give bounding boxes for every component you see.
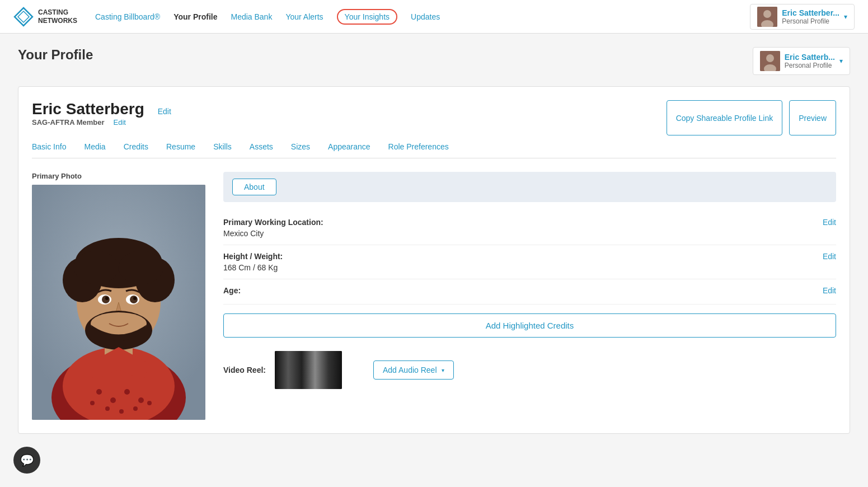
- tab-basic-info[interactable]: Basic Info: [32, 138, 75, 158]
- height-weight-header: Height / Weight: Edit: [223, 252, 836, 261]
- tab-credits[interactable]: Credits: [115, 138, 157, 158]
- profile-tabs: Basic Info Media Credits Resume Skills A…: [32, 138, 836, 158]
- profile-selector[interactable]: Eric Satterb... Personal Profile ▾: [753, 47, 850, 75]
- profile-name-row: Eric Satterberg Edit: [32, 100, 171, 118]
- profile-top-area: Eric Satterberg Edit SAG-AFTRA Member Ed…: [32, 100, 836, 135]
- svg-marker-1: [18, 11, 29, 22]
- selector-info: Eric Satterb... Personal Profile: [785, 53, 835, 69]
- member-status: SAG-AFTRA Member: [32, 118, 105, 127]
- header-user-sub: Personal Profile: [782, 17, 839, 25]
- svg-point-16: [74, 251, 119, 284]
- header-user-dropdown[interactable]: Eric Satterber... Personal Profile ▾: [750, 4, 855, 30]
- working-location-row: Primary Working Location: Edit Mexico Ci…: [223, 211, 836, 245]
- profile-name: Eric Satterberg: [32, 100, 144, 118]
- selector-arrow-icon: ▾: [839, 57, 843, 65]
- about-box: About: [223, 172, 836, 202]
- nav-your-profile[interactable]: Your Profile: [173, 10, 217, 24]
- video-reel-label: Video Reel:: [223, 366, 266, 374]
- tab-resume[interactable]: Resume: [157, 138, 204, 158]
- header-user-info: Eric Satterber... Personal Profile: [782, 8, 839, 25]
- nav-your-insights[interactable]: Your Insights: [337, 9, 397, 25]
- about-button[interactable]: About: [232, 179, 276, 195]
- working-location-label: Primary Working Location:: [223, 218, 323, 227]
- svg-point-28: [124, 389, 130, 395]
- header-user-name: Eric Satterber...: [782, 8, 839, 17]
- video-reel-row: Video Reel: ⋮ Add Audio Reel ▾: [223, 351, 836, 389]
- header: CASTING NETWORKS Casting Billboard® Your…: [0, 0, 868, 34]
- nav-media-bank[interactable]: Media Bank: [231, 10, 272, 24]
- svg-marker-0: [15, 8, 32, 26]
- tab-appearance[interactable]: Appearance: [319, 138, 379, 158]
- nav-casting-billboard[interactable]: Casting Billboard®: [95, 10, 160, 24]
- header-dropdown-arrow: ▾: [844, 13, 847, 21]
- photo-label: Primary Photo: [32, 172, 205, 180]
- age-row: Age: Edit: [223, 279, 836, 305]
- video-options-icon[interactable]: ⋮: [353, 363, 364, 377]
- svg-point-31: [105, 406, 110, 411]
- page-content: Your Profile Eric Satterb... Personal Pr…: [0, 34, 868, 447]
- height-weight-value: 168 Cm / 68 Kg: [223, 263, 836, 272]
- profile-action-buttons: Copy Shareable Profile Link Preview: [667, 100, 836, 135]
- svg-point-22: [105, 297, 109, 300]
- video-strip: [275, 351, 342, 389]
- tab-media[interactable]: Media: [75, 138, 114, 158]
- svg-point-30: [90, 401, 95, 405]
- profile-body: Primary Photo: [32, 172, 836, 420]
- height-weight-label: Height / Weight:: [223, 252, 283, 261]
- svg-point-26: [96, 389, 102, 395]
- svg-point-23: [133, 297, 137, 300]
- member-edit-link[interactable]: Edit: [114, 118, 126, 127]
- add-audio-dropdown-arrow: ▾: [442, 367, 444, 373]
- svg-point-33: [133, 406, 138, 411]
- nav-your-alerts[interactable]: Your Alerts: [285, 10, 323, 24]
- profile-name-edit-link[interactable]: Edit: [158, 107, 171, 116]
- selector-avatar: [760, 51, 780, 71]
- add-audio-reel-label: Add Audio Reel: [383, 366, 437, 374]
- age-label: Age:: [223, 286, 241, 295]
- age-header: Age: Edit: [223, 286, 836, 295]
- svg-point-32: [119, 409, 124, 414]
- svg-point-34: [147, 401, 152, 405]
- age-edit-link[interactable]: Edit: [823, 286, 836, 295]
- primary-photo: [32, 185, 205, 420]
- headshot-image: [32, 185, 205, 420]
- selector-avatar-image: [760, 51, 780, 71]
- logo-text: CASTING NETWORKS: [38, 8, 77, 25]
- height-weight-edit-link[interactable]: Edit: [823, 252, 836, 261]
- header-avatar-image: [757, 7, 777, 27]
- svg-point-27: [110, 397, 116, 403]
- member-row: SAG-AFTRA Member Edit: [32, 118, 171, 127]
- svg-point-17: [119, 251, 163, 284]
- profile-name-section: Eric Satterberg Edit SAG-AFTRA Member Ed…: [32, 100, 171, 135]
- working-location-value: Mexico City: [223, 229, 836, 238]
- svg-point-3: [763, 10, 771, 18]
- copy-shareable-link-button[interactable]: Copy Shareable Profile Link: [667, 100, 783, 135]
- logo[interactable]: CASTING NETWORKS: [13, 7, 77, 27]
- tab-assets[interactable]: Assets: [241, 138, 282, 158]
- page-top: Your Profile Eric Satterb... Personal Pr…: [18, 47, 850, 75]
- profile-photo-section: Primary Photo: [32, 172, 205, 420]
- main-nav: Casting Billboard® Your Profile Media Ba…: [95, 9, 750, 25]
- working-location-header: Primary Working Location: Edit: [223, 218, 836, 227]
- profile-info-section: About Primary Working Location: Edit Mex…: [223, 172, 836, 420]
- header-avatar: [757, 7, 777, 27]
- video-thumbnail[interactable]: [275, 351, 342, 389]
- selector-name: Eric Satterb...: [785, 53, 835, 62]
- tab-skills[interactable]: Skills: [204, 138, 241, 158]
- tab-sizes[interactable]: Sizes: [282, 138, 319, 158]
- tab-role-preferences[interactable]: Role Preferences: [379, 138, 458, 158]
- page-title: Your Profile: [18, 47, 93, 63]
- logo-icon: [13, 7, 34, 27]
- nav-updates[interactable]: Updates: [411, 10, 440, 24]
- add-highlighted-credits-button[interactable]: Add Highlighted Credits: [223, 313, 836, 338]
- preview-button[interactable]: Preview: [789, 100, 836, 135]
- svg-point-6: [766, 54, 774, 62]
- selector-type: Personal Profile: [785, 62, 835, 69]
- svg-point-29: [138, 397, 144, 403]
- profile-card: Eric Satterberg Edit SAG-AFTRA Member Ed…: [18, 86, 850, 434]
- working-location-edit-link[interactable]: Edit: [823, 218, 836, 227]
- height-weight-row: Height / Weight: Edit 168 Cm / 68 Kg: [223, 245, 836, 279]
- add-audio-reel-button[interactable]: Add Audio Reel ▾: [373, 360, 454, 380]
